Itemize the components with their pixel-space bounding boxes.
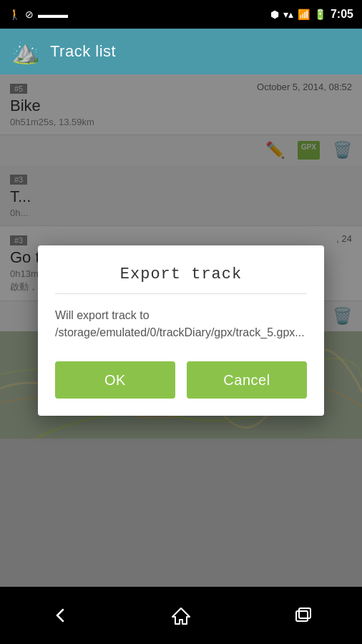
ok-button[interactable]: OK: [55, 361, 175, 399]
dialog-overlay: Export track Will export track to /stora…: [0, 74, 362, 587]
back-icon: [50, 605, 70, 625]
svg-rect-3: [299, 608, 310, 618]
back-button[interactable]: [42, 597, 78, 633]
app-title: Track list: [50, 42, 116, 61]
svg-marker-1: [172, 608, 190, 624]
status-icons-left: 🚶 ⊘ ▬▬▬: [9, 9, 68, 20]
bluetooth-icon: ⬢: [270, 9, 279, 20]
block-icon: ⊘: [25, 9, 34, 20]
status-icons-right: ⬢ ▾▴ 📶 🔋 7:05: [270, 8, 353, 21]
dialog-buttons: OK Cancel: [55, 361, 307, 399]
cancel-button[interactable]: Cancel: [187, 361, 307, 399]
dialog-message: Will export track to /storage/emulated/0…: [55, 307, 307, 341]
recent-icon: [292, 605, 312, 625]
person-walking-icon: 🚶: [9, 9, 21, 20]
clock: 7:05: [331, 8, 353, 21]
wifi-icon: ▾▴: [283, 9, 293, 20]
home-icon: [171, 605, 191, 625]
bars-icon: ▬▬▬: [38, 9, 68, 20]
home-button[interactable]: [163, 597, 199, 633]
app-header: ⛰️ Track list: [0, 29, 362, 74]
status-bar: 🚶 ⊘ ▬▬▬ ⬢ ▾▴ 📶 🔋 7:05: [0, 0, 362, 29]
export-dialog: Export track Will export track to /stora…: [38, 245, 324, 416]
dialog-title: Export track: [55, 265, 307, 283]
signal-icon: 📶: [298, 9, 310, 20]
mountain-icon: ⛰️: [11, 38, 40, 65]
recent-button[interactable]: [284, 597, 320, 633]
nav-bar: [0, 587, 362, 644]
svg-rect-2: [296, 611, 308, 621]
dialog-divider: [55, 293, 307, 294]
battery-icon: 🔋: [314, 9, 326, 20]
main-content: #5 October 5, 2014, 08:52 Bike 0h51m25s,…: [0, 74, 362, 587]
